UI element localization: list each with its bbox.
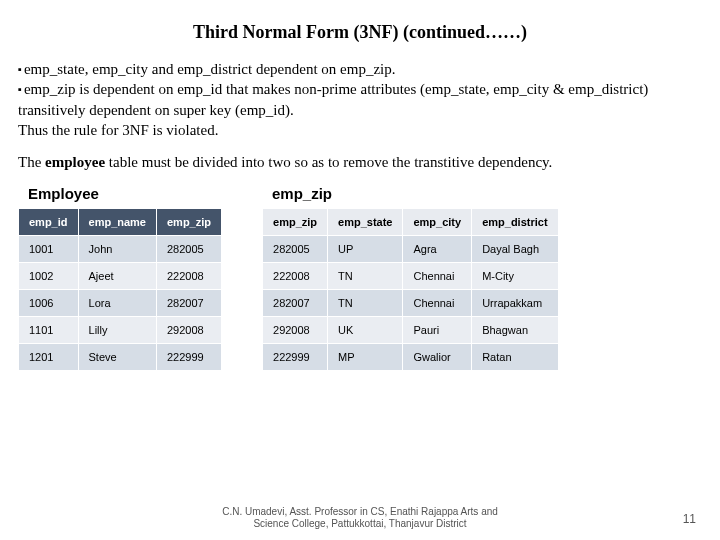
cell: Pauri xyxy=(403,317,472,344)
cell: Chennai xyxy=(403,263,472,290)
cell: 1101 xyxy=(19,317,79,344)
employee-block: Employee emp_id emp_name emp_zip 1001Joh… xyxy=(18,185,222,371)
cell: Ratan xyxy=(472,344,558,371)
cell: Steve xyxy=(78,344,156,371)
table-row: 292008UKPauriBhagwan xyxy=(263,317,559,344)
cell: 282005 xyxy=(263,236,328,263)
cell: Agra xyxy=(403,236,472,263)
cell: Bhagwan xyxy=(472,317,558,344)
cell: 292008 xyxy=(263,317,328,344)
table-row: 222008TNChennaiM-City xyxy=(263,263,559,290)
zip-title: emp_zip xyxy=(272,185,559,202)
bullet-text: emp_zip is dependent on emp_id that make… xyxy=(18,81,648,117)
divide-sentence: The employee table must be divided into … xyxy=(18,154,702,171)
slide-title: Third Normal Form (3NF) (continued……) xyxy=(18,22,702,43)
cell: Ajeet xyxy=(78,263,156,290)
employee-title: Employee xyxy=(28,185,222,202)
cell: MP xyxy=(328,344,403,371)
bullet-item: emp_state, emp_city and emp_district dep… xyxy=(18,59,702,79)
col-header: emp_id xyxy=(19,209,79,236)
col-header: emp_zip xyxy=(263,209,328,236)
cell: Gwalior xyxy=(403,344,472,371)
cell: 282005 xyxy=(157,236,222,263)
cell: 222999 xyxy=(263,344,328,371)
footer: C.N. Umadevi, Asst. Professor in CS, Ena… xyxy=(0,506,720,530)
bullet-text: Thus the rule for 3NF is violated. xyxy=(18,122,218,138)
employee-table: emp_id emp_name emp_zip 1001John282005 1… xyxy=(18,208,222,371)
cell: 282007 xyxy=(157,290,222,317)
text: table must be divided into two so as to … xyxy=(105,154,552,170)
table-row: 1201Steve222999 xyxy=(19,344,222,371)
text: The xyxy=(18,154,45,170)
col-header: emp_district xyxy=(472,209,558,236)
table-row: 1002Ajeet222008 xyxy=(19,263,222,290)
cell: 222008 xyxy=(157,263,222,290)
cell: UK xyxy=(328,317,403,344)
zip-block: emp_zip emp_zip emp_state emp_city emp_d… xyxy=(262,185,559,371)
table-row: 1001John282005 xyxy=(19,236,222,263)
cell: M-City xyxy=(472,263,558,290)
bold-word: employee xyxy=(45,154,105,170)
cell: 1201 xyxy=(19,344,79,371)
table-row: 282007TNChennaiUrrapakkam xyxy=(263,290,559,317)
cell: 1001 xyxy=(19,236,79,263)
table-row: 282005UPAgraDayal Bagh xyxy=(263,236,559,263)
zip-table: emp_zip emp_state emp_city emp_district … xyxy=(262,208,559,371)
bullet-item: Thus the rule for 3NF is violated. xyxy=(18,120,702,140)
tables-container: Employee emp_id emp_name emp_zip 1001Joh… xyxy=(18,185,702,371)
col-header: emp_name xyxy=(78,209,156,236)
cell: 1002 xyxy=(19,263,79,290)
cell: 292008 xyxy=(157,317,222,344)
table-row: 1006Lora282007 xyxy=(19,290,222,317)
cell: TN xyxy=(328,290,403,317)
cell: Urrapakkam xyxy=(472,290,558,317)
col-header: emp_city xyxy=(403,209,472,236)
cell: John xyxy=(78,236,156,263)
cell: UP xyxy=(328,236,403,263)
page-number: 11 xyxy=(683,512,696,526)
cell: 282007 xyxy=(263,290,328,317)
footer-credit: C.N. Umadevi, Asst. Professor in CS, Ena… xyxy=(220,506,500,530)
table-row: 1101Lilly292008 xyxy=(19,317,222,344)
col-header: emp_zip xyxy=(157,209,222,236)
cell: Lilly xyxy=(78,317,156,344)
cell: 222008 xyxy=(263,263,328,290)
bullet-block: emp_state, emp_city and emp_district dep… xyxy=(18,59,702,140)
cell: Chennai xyxy=(403,290,472,317)
cell: TN xyxy=(328,263,403,290)
cell: Dayal Bagh xyxy=(472,236,558,263)
bullet-text: emp_state, emp_city and emp_district dep… xyxy=(24,61,396,77)
cell: 1006 xyxy=(19,290,79,317)
cell: Lora xyxy=(78,290,156,317)
table-row: 222999MPGwaliorRatan xyxy=(263,344,559,371)
bullet-item: emp_zip is dependent on emp_id that make… xyxy=(18,79,702,120)
col-header: emp_state xyxy=(328,209,403,236)
cell: 222999 xyxy=(157,344,222,371)
